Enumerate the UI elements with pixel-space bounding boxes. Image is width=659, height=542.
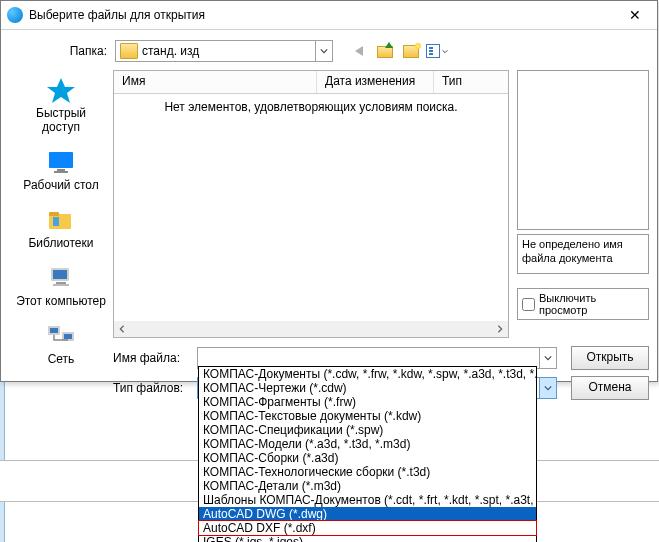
filetype-option[interactable]: КОМПАС-Сборки (*.a3d) (199, 451, 536, 465)
filetype-option[interactable]: AutoCAD DWG (*.dwg) (199, 507, 536, 521)
col-date[interactable]: Дата изменения (317, 71, 434, 93)
arrow-left-icon (355, 46, 363, 56)
open-button[interactable]: Открыть (571, 346, 649, 370)
place-label: Рабочий стол (16, 178, 106, 192)
folder-combo[interactable]: станд. изд (115, 40, 333, 62)
folder-label: Папка: (9, 44, 115, 58)
filetype-option[interactable]: КОМПАС-Спецификации (*.spw) (199, 423, 536, 437)
new-folder-icon (403, 45, 419, 58)
col-name[interactable]: Имя (114, 71, 317, 93)
svg-rect-14 (64, 334, 72, 339)
network-icon (45, 322, 77, 350)
filetype-label: Тип файлов: (113, 381, 197, 395)
back-button[interactable] (347, 40, 371, 62)
filetype-option[interactable]: КОМПАС-Технологические сборки (*.t3d) (199, 465, 536, 479)
svg-rect-2 (57, 169, 65, 171)
svg-rect-8 (53, 270, 67, 279)
filetype-option[interactable]: AutoCAD DXF (*.dxf) (199, 521, 536, 535)
svg-rect-1 (49, 152, 73, 168)
scroll-track[interactable] (130, 321, 492, 337)
views-icon (426, 44, 440, 58)
place-label: Быстрый доступ (16, 106, 106, 134)
cancel-button[interactable]: Отмена (571, 376, 649, 400)
col-type[interactable]: Тип (434, 71, 508, 93)
pc-icon (45, 264, 77, 292)
filetype-option[interactable]: Шаблоны КОМПАС-Документов (*.cdt, *.frt,… (199, 493, 536, 507)
preview-box (517, 70, 649, 230)
filetype-option[interactable]: КОМПАС-Детали (*.m3d) (199, 479, 536, 493)
scroll-right-button[interactable] (492, 321, 508, 337)
chevron-down-icon[interactable] (315, 41, 332, 61)
monitor-icon (45, 148, 77, 176)
filetype-option[interactable]: КОМПАС-Фрагменты (*.frw) (199, 395, 536, 409)
preview-status: Не определено имя файла документа (517, 234, 649, 274)
disable-preview-input[interactable] (522, 298, 535, 311)
place-libraries[interactable]: Библиотеки (16, 204, 106, 254)
libraries-icon (45, 206, 77, 234)
filename-label: Имя файла: (113, 351, 197, 365)
place-label: Этот компьютер (16, 294, 106, 308)
scroll-left-button[interactable] (114, 321, 130, 337)
open-file-dialog: Выберите файлы для открытия ✕ Папка: ста… (0, 0, 658, 382)
place-network[interactable]: Сеть (16, 320, 106, 370)
svg-rect-4 (49, 214, 71, 229)
place-desktop[interactable]: Рабочий стол (16, 146, 106, 196)
empty-message: Нет элементов, удовлетворяющих условиям … (114, 94, 508, 114)
dialog-title: Выберите файлы для открытия (29, 8, 615, 22)
views-button[interactable] (425, 40, 449, 62)
svg-rect-12 (50, 328, 58, 333)
filetype-option[interactable]: КОМПАС-Чертежи (*.cdw) (199, 381, 536, 395)
folder-icon (120, 43, 138, 59)
svg-rect-3 (54, 171, 68, 173)
horizontal-scrollbar[interactable] (114, 321, 508, 337)
place-this-pc[interactable]: Этот компьютер (16, 262, 106, 312)
file-list-header: Имя Дата изменения Тип (114, 71, 508, 94)
svg-rect-6 (53, 217, 59, 226)
file-list[interactable]: Имя Дата изменения Тип Нет элементов, уд… (113, 70, 509, 338)
folder-name: станд. изд (142, 44, 315, 58)
close-button[interactable]: ✕ (615, 2, 655, 28)
svg-rect-5 (49, 212, 59, 216)
svg-rect-10 (53, 284, 69, 286)
new-folder-button[interactable] (399, 40, 423, 62)
chevron-down-icon[interactable] (539, 378, 556, 398)
place-label: Библиотеки (16, 236, 106, 250)
filetype-option[interactable]: КОМПАС-Модели (*.a3d, *.t3d, *.m3d) (199, 437, 536, 451)
file-list-panel: Имя Дата изменения Тип Нет элементов, уд… (113, 70, 509, 340)
filetype-option[interactable]: IGES (*.igs, *.iges) (199, 535, 536, 542)
chevron-down-icon[interactable] (539, 348, 556, 368)
disable-preview-checkbox[interactable]: Выключить просмотр (517, 288, 649, 320)
place-label: Сеть (16, 352, 106, 366)
filetype-option[interactable]: КОМПАС-Документы (*.cdw, *.frw, *.kdw, *… (199, 367, 536, 381)
chevron-down-icon (442, 48, 448, 55)
svg-rect-9 (56, 282, 66, 284)
place-quick-access[interactable]: Быстрый доступ (16, 74, 106, 138)
filetype-dropdown[interactable]: КОМПАС-Документы (*.cdw, *.frw, *.kdw, *… (198, 366, 537, 542)
up-one-level-button[interactable] (373, 40, 397, 62)
up-folder-icon (377, 44, 393, 58)
places-bar: Быстрый доступ Рабочий стол Библиотеки Э… (9, 70, 113, 340)
titlebar: Выберите файлы для открытия ✕ (1, 1, 657, 30)
app-icon (7, 7, 23, 23)
disable-preview-label: Выключить просмотр (539, 292, 644, 316)
svg-marker-0 (47, 78, 75, 103)
star-icon (45, 76, 77, 104)
filetype-option[interactable]: КОМПАС-Текстовые документы (*.kdw) (199, 409, 536, 423)
